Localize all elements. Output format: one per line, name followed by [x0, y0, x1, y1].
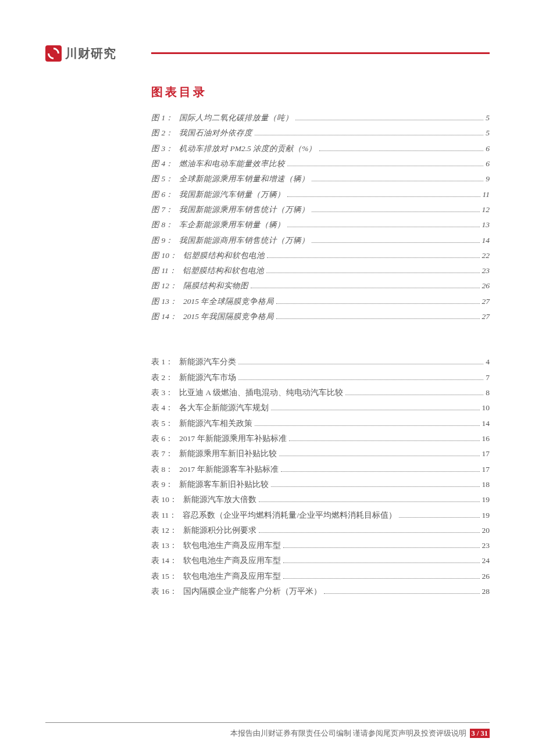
toc-entry-text: 铝塑膜结构和软包电池 — [183, 263, 264, 278]
toc-entry: 图 3：机动车排放对 PM2.5 浓度的贡献（%）6 — [151, 141, 490, 156]
toc-entry-page: 7 — [486, 370, 490, 385]
toc-leader-dots — [271, 486, 479, 487]
toc-leader-dots — [287, 166, 483, 166]
toc-entry-text: 我国新能源商用车销售统计（万辆） — [179, 233, 309, 248]
toc-entry-text: 比亚迪 A 级燃油、插电混动、纯电动汽车比较 — [179, 385, 343, 400]
toc-entry: 表 12：新能源积分比例要求20 — [151, 523, 490, 538]
toc-title: 图表目录 — [151, 84, 490, 100]
toc-entry: 图 9：我国新能源商用车销售统计（万辆）14 — [151, 233, 490, 248]
toc-entry-page: 23 — [482, 263, 490, 278]
toc-leader-dots — [295, 120, 483, 120]
toc-entry: 表 7：新能源乘用车新旧补贴比较17 — [151, 446, 490, 461]
page-sep: / — [475, 729, 481, 737]
toc-entry-text: 全球新能源乘用车销量和增速（辆） — [179, 171, 309, 187]
toc-entry-page: 26 — [482, 569, 490, 584]
toc-entry-text: 燃油车和电动车能量效率比较 — [179, 156, 285, 171]
toc-leader-dots — [289, 440, 480, 441]
toc-entry: 表 4：各大车企新能源汽车规划10 — [151, 400, 490, 415]
toc-leader-dots — [276, 318, 479, 319]
toc-leader-dots — [287, 196, 480, 197]
page-indicator: 3 / 31 — [470, 729, 490, 738]
toc-entry: 表 10：新能源汽车放大倍数19 — [151, 492, 490, 507]
toc-leader-dots — [281, 471, 480, 472]
toc-entry-text: 新能源汽车相关政策 — [179, 416, 252, 431]
toc-leader-dots — [255, 425, 479, 426]
toc-entry-label: 图 5： — [151, 171, 179, 187]
toc-entry-page: 8 — [486, 385, 490, 400]
toc-entry-label: 表 6： — [151, 431, 179, 446]
toc-entry: 图 10：铝塑膜结构和软包电池22 — [151, 248, 490, 263]
list-gap — [151, 324, 490, 354]
toc-entry-label: 表 10： — [151, 492, 183, 507]
toc-entry-page: 17 — [482, 462, 490, 477]
toc-entry-page: 18 — [482, 477, 490, 492]
toc-entry-page: 16 — [482, 431, 490, 446]
toc-entry-text: 各大车企新能源汽车规划 — [179, 400, 269, 415]
toc-entry-page: 14 — [482, 233, 490, 248]
toc-entry: 表 6：2017 年新能源乘用车补贴标准16 — [151, 431, 490, 446]
toc-entry: 表 1：新能源汽车分类4 — [151, 354, 490, 370]
toc-leader-dots — [319, 151, 484, 151]
page-total: 31 — [481, 729, 488, 737]
toc-entry-text: 新能源积分比例要求 — [183, 523, 256, 538]
brand-icon — [45, 45, 62, 62]
toc-entry-text: 车企新能源乘用车销量（辆） — [179, 217, 285, 232]
footer-text: 本报告由川财证券有限责任公司编制 谨请参阅尾页声明及投资评级说明 — [230, 729, 466, 737]
toc-entry-label: 图 12： — [151, 278, 183, 293]
toc-entry-label: 表 8： — [151, 462, 179, 477]
toc-entry-page: 24 — [482, 553, 490, 568]
toc-leader-dots — [283, 562, 480, 563]
toc-leader-dots — [312, 242, 479, 243]
toc-leader-dots — [251, 288, 480, 288]
toc-leader-dots — [259, 532, 480, 533]
toc-entry-label: 图 13： — [151, 294, 183, 309]
content-area: 图表目录 图 1：国际人均二氧化碳排放量（吨）5图 2：我国石油对外依存度5图 … — [151, 84, 490, 599]
toc-entry-text: 2017 年新能源乘用车补贴标准 — [179, 431, 286, 446]
toc-entry-label: 表 1： — [151, 354, 179, 370]
toc-entry-label: 图 6： — [151, 187, 179, 202]
toc-leader-dots — [238, 379, 483, 380]
toc-entry-page: 5 — [486, 110, 490, 126]
toc-entry-label: 图 2： — [151, 126, 179, 141]
toc-entry: 图 6：我国新能源汽车销量（万辆）11 — [151, 187, 490, 202]
toc-entry-text: 我国新能源汽车销量（万辆） — [179, 187, 285, 202]
toc-entry-page: 27 — [482, 309, 490, 324]
toc-entry-text: 新能源汽车市场 — [179, 370, 236, 385]
toc-entry-text: 新能源汽车分类 — [179, 354, 236, 370]
toc-leader-dots — [259, 501, 480, 502]
toc-entry-text: 2017 年新能源客车补贴标准 — [179, 462, 278, 477]
toc-entry-page: 11 — [483, 187, 490, 202]
toc-entry-page: 26 — [482, 278, 490, 293]
toc-entry-label: 表 13： — [151, 538, 183, 553]
toc-entry-page: 20 — [482, 523, 490, 538]
toc-entry: 表 3：比亚迪 A 级燃油、插电混动、纯电动汽车比较8 — [151, 385, 490, 400]
toc-entry-label: 表 3： — [151, 385, 179, 400]
toc-leader-dots — [279, 456, 479, 456]
toc-entry-page: 6 — [486, 141, 490, 156]
toc-entry-text: 容忍系数（企业平均燃料消耗量/企业平均燃料消耗目标值） — [183, 508, 397, 523]
toc-leader-dots — [271, 410, 479, 410]
toc-entry-label: 表 4： — [151, 400, 179, 415]
toc-entry-text: 软包电池生产商及应用车型 — [183, 569, 281, 584]
brand-text: 川财研究 — [65, 45, 116, 62]
toc-entry: 图 4：燃油车和电动车能量效率比较6 — [151, 156, 490, 171]
toc-entry: 表 16：国内隔膜企业产能客户分析（万平米）28 — [151, 584, 490, 599]
toc-leader-dots — [287, 227, 479, 227]
toc-entry-text: 我国新能源乘用车销售统计（万辆） — [179, 202, 309, 217]
toc-entry-page: 19 — [482, 492, 490, 507]
toc-entry: 图 8：车企新能源乘用车销量（辆）13 — [151, 217, 490, 232]
toc-entry-label: 表 11： — [151, 508, 183, 523]
toc-entry-label: 表 9： — [151, 477, 179, 492]
tables-list: 表 1：新能源汽车分类4表 2：新能源汽车市场7表 3：比亚迪 A 级燃油、插电… — [151, 354, 490, 599]
toc-entry-text: 软包电池生产商及应用车型 — [183, 553, 281, 568]
toc-entry-label: 表 12： — [151, 523, 183, 538]
toc-entry-page: 12 — [482, 202, 490, 217]
toc-entry-label: 图 8： — [151, 217, 179, 232]
footer-rule — [45, 722, 490, 723]
toc-entry-text: 新能源汽车放大倍数 — [183, 492, 256, 507]
brand-logo: 川财研究 — [45, 45, 116, 62]
toc-leader-dots — [266, 273, 480, 273]
toc-entry-page: 10 — [482, 400, 490, 415]
toc-leader-dots — [276, 303, 479, 304]
toc-entry: 图 11：铝塑膜结构和软包电池23 — [151, 263, 490, 278]
